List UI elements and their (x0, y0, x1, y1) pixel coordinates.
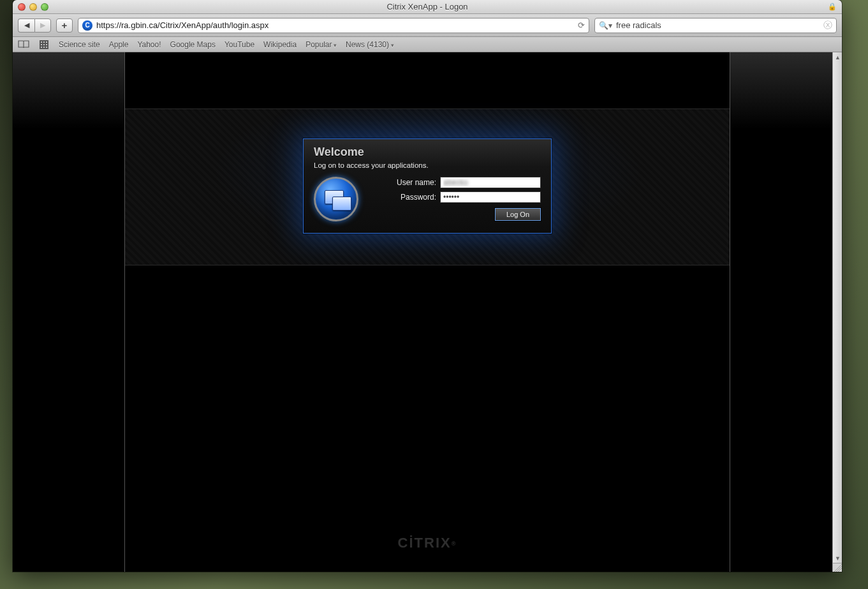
forward-button[interactable]: ▶ (34, 19, 51, 33)
password-label: Password: (401, 193, 436, 202)
bookmark-youtube[interactable]: YouTube (224, 40, 254, 49)
window-minimize-button[interactable] (29, 3, 37, 11)
username-input[interactable] (440, 177, 541, 188)
login-form: User name: Password: Log On (370, 177, 541, 221)
toolbar: ◀ ▶ + C https://ra.gbin.ca/Citrix/XenApp… (13, 14, 842, 37)
search-input[interactable] (616, 20, 820, 30)
search-bar[interactable]: 🔍▾ ⓧ (594, 18, 837, 33)
citrix-brand-text: CİTRIX (398, 535, 452, 551)
bookmark-science-site[interactable]: Science site (59, 40, 100, 49)
window-close-button[interactable] (18, 3, 26, 11)
bookmark-news[interactable]: News (4130) (346, 40, 394, 49)
site-favicon-icon: C (82, 20, 92, 31)
lock-icon: 🔒 (828, 3, 837, 11)
reload-icon[interactable]: ⟳ (578, 20, 585, 30)
scroll-down-icon[interactable]: ▼ (833, 553, 842, 563)
bookmark-popular[interactable]: Popular (305, 40, 337, 49)
resize-grip[interactable] (832, 563, 842, 572)
vertical-scrollbar[interactable]: ▲ ▼ (832, 52, 842, 563)
top-sites-icon[interactable] (38, 40, 50, 49)
scroll-up-icon[interactable]: ▲ (833, 52, 842, 62)
bookmark-yahoo[interactable]: Yahoo! (137, 40, 161, 49)
page-inner: Welcome Log on to access your applicatio… (124, 52, 730, 572)
window-zoom-button[interactable] (41, 3, 48, 11)
login-box: Welcome Log on to access your applicatio… (303, 138, 552, 234)
login-subtitle: Log on to access your applications. (314, 161, 541, 169)
address-bar[interactable]: C https://ra.gbin.ca/Citrix/XenApp/auth/… (78, 18, 589, 33)
search-icon: 🔍▾ (599, 21, 612, 30)
add-bookmark-button[interactable]: + (56, 19, 73, 33)
clear-search-icon[interactable]: ⓧ (823, 20, 832, 31)
logon-button[interactable]: Log On (495, 208, 541, 221)
citrix-footer-logo: CİTRIX® (125, 535, 730, 551)
login-title: Welcome (314, 145, 541, 159)
address-url: https://ra.gbin.ca/Citrix/XenApp/auth/lo… (96, 20, 574, 30)
bookmark-apple[interactable]: Apple (109, 40, 129, 49)
reading-list-icon[interactable] (18, 40, 29, 49)
carbon-band: Welcome Log on to access your applicatio… (125, 108, 730, 265)
xenapp-icon (314, 177, 358, 221)
titlebar: Citrix XenApp - Logon 🔒 (13, 0, 842, 14)
window-title: Citrix XenApp - Logon (13, 2, 842, 11)
bookmark-wikipedia[interactable]: Wikipedia (263, 40, 297, 49)
password-input[interactable] (440, 191, 541, 203)
bookmark-google-maps[interactable]: Google Maps (170, 40, 216, 49)
page-background: Welcome Log on to access your applicatio… (13, 52, 842, 572)
browser-window: Citrix XenApp - Logon 🔒 ◀ ▶ + C https://… (13, 0, 842, 572)
content-area: Welcome Log on to access your applicatio… (13, 52, 842, 572)
username-label: User name: (397, 178, 436, 187)
back-button[interactable]: ◀ (18, 19, 34, 33)
bookmarks-bar: Science site Apple Yahoo! Google Maps Yo… (13, 37, 842, 52)
